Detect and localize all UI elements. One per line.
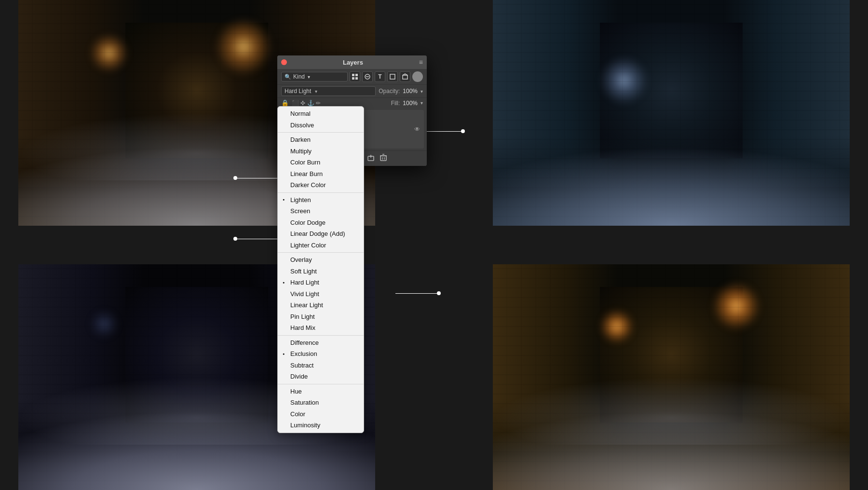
- blend-mode-dropdown: Normal Dissolve Darken Multiply Color Bu…: [277, 106, 364, 433]
- blend-mode-lighter-color[interactable]: Lighter Color: [278, 240, 364, 251]
- blend-mode-color-dodge[interactable]: Color Dodge: [278, 217, 364, 229]
- layer-visibility-eye[interactable]: 👁: [414, 126, 420, 133]
- blend-mode-soft-light[interactable]: Soft Light: [278, 266, 364, 277]
- blend-mode-vivid-light[interactable]: Vivid Light: [278, 288, 364, 300]
- opacity-label: Opacity:: [379, 88, 400, 95]
- blend-mode-multiply[interactable]: Multiply: [278, 146, 364, 157]
- blend-mode-exclusion[interactable]: Exclusion: [278, 348, 364, 360]
- color-section: Hue Saturation Color Luminosity: [278, 384, 364, 433]
- panel-title: Layers: [287, 59, 419, 66]
- svg-rect-1: [355, 74, 358, 76]
- blend-mode-lighten[interactable]: Lighten: [278, 194, 364, 206]
- blend-mode-color-burn[interactable]: Color Burn: [278, 157, 364, 168]
- blend-mode-hard-mix[interactable]: Hard Mix: [278, 322, 364, 334]
- darken-section: Darken Multiply Color Burn Linear Burn D…: [278, 133, 364, 193]
- filter-toolbar: 🔍 Kind ▾ T: [277, 69, 427, 84]
- blend-mode-normal[interactable]: Normal: [278, 108, 364, 120]
- panel-close-button[interactable]: ×: [281, 59, 287, 65]
- type-layer-filter[interactable]: T: [375, 71, 385, 82]
- blend-mode-subtract[interactable]: Subtract: [278, 360, 364, 371]
- svg-rect-19: [380, 156, 386, 161]
- blend-mode-difference[interactable]: Difference: [278, 337, 364, 349]
- svg-rect-3: [355, 77, 358, 80]
- create-layer-button[interactable]: [367, 154, 375, 163]
- svg-rect-7: [403, 75, 407, 79]
- blend-mode-pin-light[interactable]: Pin Light: [278, 311, 364, 323]
- blend-mode-saturation[interactable]: Saturation: [278, 397, 364, 408]
- pixel-layer-filter[interactable]: [350, 71, 360, 82]
- lock-icon: 🔒: [281, 99, 289, 107]
- filter-toggle-button[interactable]: [412, 71, 423, 82]
- blend-mode-screen[interactable]: Screen: [278, 205, 364, 217]
- kind-filter-select[interactable]: 🔍 Kind ▾: [281, 72, 348, 82]
- blend-mode-dissolve[interactable]: Dissolve: [278, 120, 364, 131]
- fill-value[interactable]: 100%: [403, 100, 418, 107]
- fill-label: Fill:: [391, 100, 400, 107]
- blend-mode-select[interactable]: Hard Light ▾: [281, 86, 376, 96]
- inversion-section: Difference Exclusion Subtract Divide: [278, 336, 364, 384]
- blend-mode-linear-dodge[interactable]: Linear Dodge (Add): [278, 228, 364, 240]
- delete-layer-button[interactable]: [380, 154, 387, 163]
- lighten-section: Lighten Screen Color Dodge Linear Dodge …: [278, 193, 364, 253]
- opacity-chevron[interactable]: ▾: [420, 89, 423, 94]
- adjustment-layer-filter[interactable]: [362, 71, 373, 82]
- mode-opacity-row: Hard Light ▾ Opacity: 100% ▾: [277, 84, 427, 97]
- shape-layer-filter[interactable]: [387, 71, 398, 82]
- blend-mode-darker-color[interactable]: Darker Color: [278, 179, 364, 191]
- blend-mode-overlay[interactable]: Overlay: [278, 254, 364, 266]
- opacity-value[interactable]: 100%: [403, 88, 418, 95]
- smartobject-layer-filter[interactable]: [400, 71, 410, 82]
- blend-mode-color[interactable]: Color: [278, 408, 364, 420]
- blend-mode-hue[interactable]: Hue: [278, 386, 364, 397]
- svg-rect-6: [390, 74, 395, 79]
- normal-section: Normal Dissolve: [278, 107, 364, 133]
- fill-chevron[interactable]: ▾: [420, 100, 423, 106]
- contrast-section: Overlay Soft Light Hard Light Vivid Ligh…: [278, 253, 364, 336]
- blend-mode-divide[interactable]: Divide: [278, 371, 364, 382]
- blend-mode-linear-burn[interactable]: Linear Burn: [278, 168, 364, 180]
- svg-rect-2: [352, 77, 354, 80]
- panel-menu-button[interactable]: ≡: [419, 59, 423, 66]
- blend-mode-darken[interactable]: Darken: [278, 134, 364, 146]
- blend-mode-hard-light[interactable]: Hard Light: [278, 277, 364, 288]
- panel-titlebar: × Layers ≡: [277, 55, 427, 69]
- svg-rect-0: [352, 74, 354, 76]
- blend-mode-linear-light[interactable]: Linear Light: [278, 299, 364, 311]
- lock-options: ⬛ ✜ ⚓ ✏: [292, 100, 388, 107]
- blend-mode-luminosity[interactable]: Luminosity: [278, 420, 364, 431]
